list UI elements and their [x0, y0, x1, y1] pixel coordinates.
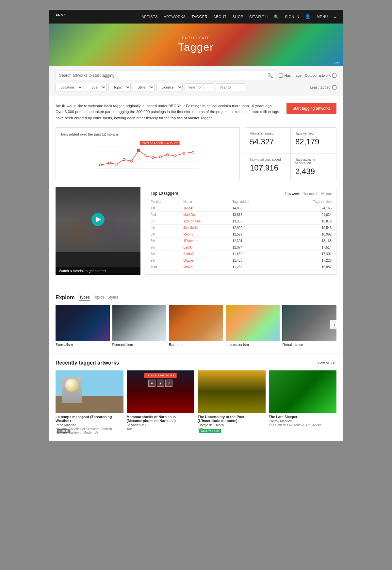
- search-icon[interactable]: 🔍: [274, 14, 279, 19]
- explore-tab-topics[interactable]: Topics: [93, 295, 104, 301]
- lb-name[interactable]: Ben37: [183, 244, 232, 251]
- nav-about[interactable]: About: [213, 15, 226, 19]
- lb-name[interactable]: MarkOsc: [183, 212, 232, 218]
- action-icon-heart[interactable]: ♥: [148, 380, 155, 387]
- type-filter[interactable]: Type: [85, 83, 106, 91]
- location-filter[interactable]: Location: [56, 83, 83, 91]
- nav-artists[interactable]: Artists: [141, 15, 158, 19]
- chart-area: 130 TAGS ADDED IN AUGUST: [60, 139, 235, 172]
- explore-section: Explore Types Topics Styles Surrealism R…: [49, 288, 343, 353]
- magritte-sculpture: [62, 377, 82, 403]
- svg-point-9: [137, 149, 140, 152]
- search-submit-icon[interactable]: 🔍: [267, 73, 273, 78]
- col-position: Position: [151, 199, 183, 205]
- magritte-title: Le temps menaçant (Threatening Weather): [56, 415, 123, 423]
- art-img-baroque: [169, 305, 223, 341]
- recent-title: Recently tagged artworks: [56, 360, 119, 366]
- play-button[interactable]: [91, 213, 105, 226]
- recent-card-sleeper[interactable]: ♡ The Late Sleeper Conroy Maddox The Pot…: [269, 370, 337, 434]
- licence-filter[interactable]: Licence: [156, 83, 183, 91]
- art-card-impressionism[interactable]: Impressionism: [226, 305, 280, 347]
- explore-header: Explore Types Topics Styles: [56, 295, 336, 301]
- lb-name[interactable]: Moony: [183, 231, 232, 238]
- nav-artworks[interactable]: Artworks: [164, 15, 186, 19]
- nav-search-link[interactable]: SEARCH: [249, 14, 268, 19]
- view-all-link[interactable]: View all 249: [317, 361, 336, 365]
- lb-name[interactable]: Qlizzie: [183, 257, 232, 264]
- lb-name[interactable]: McA92: [183, 264, 232, 270]
- artworks-tagged-label: Artworks tagged: [250, 132, 286, 135]
- has-image-group: Has image: [279, 73, 302, 78]
- stat-cards: Artworks tagged 54,327 Tags verified 82,…: [245, 127, 336, 180]
- lb-tags-verified: 24,165: [280, 205, 332, 212]
- tag-this-badge: TAG THIS ARTWORK: [144, 373, 177, 378]
- lb-tags-added: 11,630: [232, 251, 280, 257]
- lb-position: 4th: [151, 225, 183, 231]
- nav-shop[interactable]: Shop: [233, 15, 243, 19]
- lb-name[interactable]: 123Lorraine: [183, 218, 232, 225]
- awaiting-value: 2,439: [295, 167, 332, 176]
- awaiting-label: Tags awaiting verification: [295, 158, 332, 165]
- recently-tagged-section: Recently tagged artworks View all 249 🏷 …: [49, 353, 343, 441]
- lb-name[interactable]: Jane41: [183, 205, 232, 212]
- art-next-button[interactable]: ›: [330, 320, 339, 329]
- search-input[interactable]: [56, 71, 275, 80]
- well-tagged-badge: WELL TAGGED: [199, 429, 221, 433]
- tag-count-badge: 🏷 ⚪⚪: [57, 429, 70, 433]
- sleeper-artist: Conroy Maddox: [269, 419, 337, 423]
- bottom-section: Watch a tutorial to get started Top 10 t…: [56, 187, 336, 275]
- tag-icon: 🏷: [58, 430, 61, 432]
- favorite-icon[interactable]: ♡: [187, 427, 192, 432]
- tags-verified-value: 82,179: [295, 137, 332, 146]
- recent-card-uncertainty[interactable]: WELL TAGGED ♡ The Uncertainty of the Poe…: [198, 370, 266, 434]
- has-image-checkbox[interactable]: [279, 73, 283, 78]
- nav-tagger[interactable]: Tagger: [192, 15, 208, 19]
- topic-filter[interactable]: Topic: [108, 83, 131, 91]
- nav-signin[interactable]: SIGN IN: [285, 15, 299, 19]
- lb-position: 6th: [151, 238, 183, 244]
- recent-card-narcisse[interactable]: TAG THIS ARTWORK ♥ ♦ ↗ ♡ Metamorphosis o…: [127, 370, 195, 434]
- svg-point-13: [167, 154, 169, 156]
- artworks-tagged-card: Artworks tagged 54,327: [245, 128, 291, 154]
- style-filter[interactable]: Style: [133, 83, 155, 91]
- least-tagged-checkbox[interactable]: [332, 85, 336, 90]
- lb-name[interactable]: 1Peterson: [183, 238, 232, 244]
- explore-tab-types[interactable]: Types: [79, 295, 90, 301]
- recent-card-magritte[interactable]: 🏷 ⚪⚪ Le temps menaçant (Threatening Weat…: [56, 370, 123, 434]
- action-icon-bookmark[interactable]: ♦: [157, 380, 164, 387]
- sleeper-favorite-icon[interactable]: ♡: [329, 427, 335, 432]
- site-logo[interactable]: ARTUK: [56, 13, 67, 20]
- leaderboard-title: Top 10 taggers: [151, 191, 282, 196]
- lb-tags-verified: 17,401: [280, 251, 332, 257]
- svg-point-6: [116, 163, 118, 165]
- lb-name[interactable]: SantaC: [183, 251, 232, 257]
- art-card-surrealism[interactable]: Surrealism: [56, 305, 110, 347]
- uncertainty-favorite-icon[interactable]: ♡: [258, 427, 264, 432]
- svg-point-10: [145, 155, 147, 157]
- art-card-renaissance[interactable]: Renaissance: [282, 305, 336, 347]
- recent-img-sleeper: [269, 370, 337, 413]
- outdoor-checkbox[interactable]: [332, 73, 336, 78]
- lb-tags-verified: 17,226: [280, 257, 332, 264]
- art-card-baroque[interactable]: Baroque: [169, 305, 223, 347]
- nav-menu[interactable]: MENU: [317, 15, 328, 19]
- search-section: 🔍 Has image Outdoor artwork Location Typ…: [49, 66, 343, 96]
- individual-tags-value: 107,916: [250, 163, 286, 172]
- tab-all-time[interactable]: All time: [321, 192, 332, 196]
- year-from-input[interactable]: [185, 83, 214, 91]
- tab-this-week[interactable]: This week: [285, 192, 300, 196]
- action-icon-share[interactable]: ↗: [165, 380, 172, 387]
- lb-tags-added: 13,356: [232, 218, 280, 225]
- art-card-romanticism[interactable]: Romanticism: [112, 305, 167, 347]
- col-tags-verified: Tags verified: [280, 199, 332, 205]
- art-grid-wrap: Surrealism Romanticism Baroque Impressio…: [56, 305, 336, 347]
- svg-point-5: [108, 162, 111, 164]
- action-icons: ♥ ♦ ↗: [148, 380, 172, 387]
- art-img-renaissance: [282, 305, 336, 341]
- explore-tab-styles[interactable]: Styles: [107, 295, 118, 301]
- tab-this-month[interactable]: This month: [302, 192, 318, 196]
- svg-point-16: [192, 151, 194, 154]
- lb-name[interactable]: JenniferM: [183, 225, 232, 231]
- year-to-input[interactable]: [216, 83, 245, 91]
- start-tagging-button[interactable]: Start tagging artworks: [286, 103, 336, 114]
